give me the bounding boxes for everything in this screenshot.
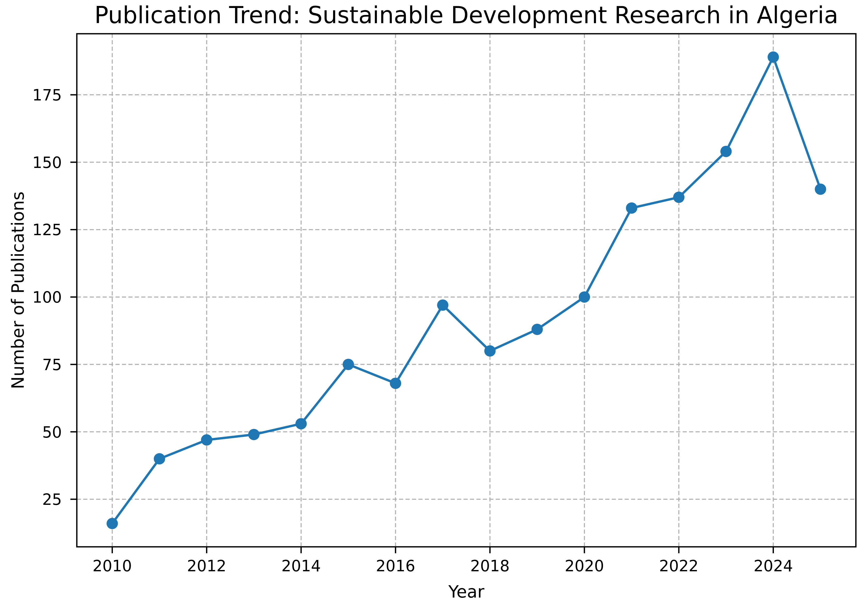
x-tick-label: 2020: [565, 557, 604, 575]
chart-title: Publication Trend: Sustainable Developme…: [95, 2, 838, 29]
data-point: [343, 359, 354, 370]
data-point: [201, 434, 212, 446]
line-chart: 2550751001251501752010201220142016201820…: [0, 0, 868, 604]
grid-layer: [77, 34, 856, 547]
data-point: [437, 300, 448, 311]
y-tick-label: 75: [42, 356, 62, 374]
y-tick-label: 100: [32, 288, 62, 306]
x-tick-label: 2018: [470, 557, 510, 575]
y-tick-label: 25: [42, 490, 62, 508]
y-axis-label: Number of Publications: [8, 192, 28, 389]
x-tick-label: 2022: [659, 557, 699, 575]
y-tick-label: 175: [32, 86, 62, 104]
y-tick-label: 150: [32, 153, 62, 171]
data-point: [673, 192, 684, 203]
y-tick-label: 50: [42, 423, 62, 441]
data-point: [154, 453, 165, 464]
data-point: [532, 324, 543, 335]
plot-border: [77, 34, 856, 547]
data-point: [484, 345, 496, 357]
data-point: [815, 183, 826, 195]
data-line: [112, 57, 820, 524]
data-point: [579, 291, 590, 303]
x-axis-label: Year: [448, 582, 485, 602]
data-point: [720, 146, 732, 157]
data-point: [390, 378, 401, 389]
figure: 2550751001251501752010201220142016201820…: [0, 0, 868, 604]
data-point: [107, 518, 118, 529]
x-tick-label: 2010: [93, 557, 132, 575]
x-tick-label: 2016: [376, 557, 415, 575]
y-tick-label: 125: [32, 221, 62, 239]
data-point: [248, 429, 260, 440]
axes-spines: [77, 34, 856, 547]
data-point: [767, 51, 779, 63]
x-tick-label: 2014: [282, 557, 321, 575]
x-tick-label: 2024: [753, 557, 793, 575]
x-tick-label: 2012: [187, 557, 226, 575]
data-point: [295, 418, 307, 429]
data-point: [626, 202, 637, 214]
series-layer: [107, 51, 826, 529]
